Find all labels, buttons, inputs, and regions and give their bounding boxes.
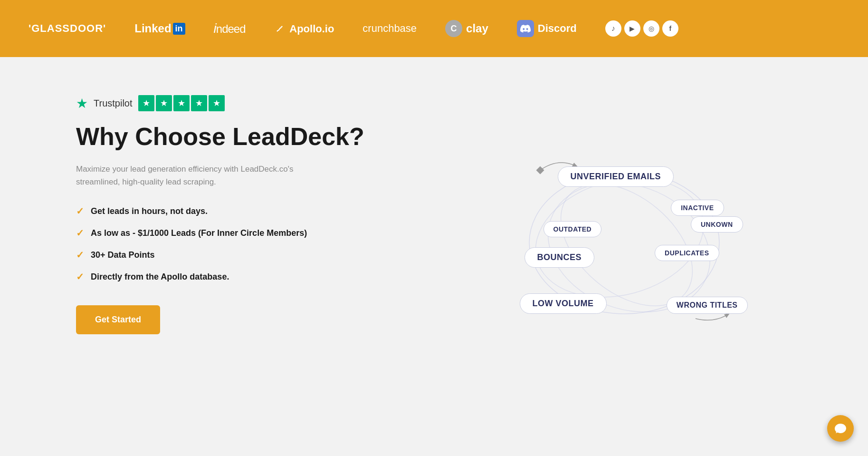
feature-text-1: Get leads in hours, not days. xyxy=(91,206,208,216)
youtube-icon[interactable]: ▶ xyxy=(624,20,640,37)
label-low-volume: LOW VOLUME xyxy=(520,293,607,314)
navbar-logos: 'GLASSDOOR' Linked in indeed ⟋ Apollo.io… xyxy=(29,20,678,37)
crunchbase-logo[interactable]: crunchbase xyxy=(362,22,417,35)
clay-icon: C xyxy=(445,20,462,37)
apollo-text: Apollo.io xyxy=(289,23,334,35)
tp-star-3: ★ xyxy=(173,95,190,111)
tp-star-4: ★ xyxy=(191,95,207,111)
svg-point-0 xyxy=(529,171,719,314)
discord-icon xyxy=(517,20,534,37)
trustpilot-stars: ★ ★ ★ ★ ★ xyxy=(138,95,225,111)
svg-rect-4 xyxy=(536,166,544,175)
feature-item-4: ✓ Directly from the Apollo database. xyxy=(76,271,409,282)
get-started-button[interactable]: Get Started xyxy=(76,305,160,334)
label-outdated: OUTDATED xyxy=(544,221,602,237)
navbar: 'GLASSDOOR' Linked in indeed ⟋ Apollo.io… xyxy=(0,0,868,57)
right-section: UNVERIFIED EMAILS INACTIVE OUTDATED UNKO… xyxy=(456,124,792,361)
tp-star-1: ★ xyxy=(138,95,154,111)
instagram-icon[interactable]: ◎ xyxy=(643,20,659,37)
diagram-container: UNVERIFIED EMAILS INACTIVE OUTDATED UNKO… xyxy=(491,143,757,342)
tiktok-icon[interactable]: ♪ xyxy=(605,20,621,37)
feature-item-1: ✓ Get leads in hours, not days. xyxy=(76,205,409,217)
tp-star-2: ★ xyxy=(156,95,172,111)
sub-description: Maximize your lead generation efficiency… xyxy=(76,163,333,188)
glassdoor-logo[interactable]: 'GLASSDOOR' xyxy=(29,22,106,35)
social-icons: ♪ ▶ ◎ f xyxy=(605,20,678,37)
check-icon-3: ✓ xyxy=(76,249,84,261)
label-unverified: UNVERIFIED EMAILS xyxy=(558,166,674,187)
feature-text-3: 30+ Data Points xyxy=(91,250,155,260)
check-icon-2: ✓ xyxy=(76,227,84,239)
feature-list: ✓ Get leads in hours, not days. ✓ As low… xyxy=(76,205,409,282)
trustpilot-star-icon: ★ xyxy=(76,96,88,111)
check-icon-4: ✓ xyxy=(76,271,84,282)
trustpilot-label: Trustpilot xyxy=(94,98,133,109)
label-unknown: UNKOWN xyxy=(691,216,743,233)
clay-logo[interactable]: C clay xyxy=(445,20,488,37)
feature-text-4: Directly from the Apollo database. xyxy=(91,272,229,282)
clay-text: clay xyxy=(466,22,488,35)
feature-item-3: ✓ 30+ Data Points xyxy=(76,249,409,261)
label-duplicates: DUPLICATES xyxy=(655,245,719,261)
crunchbase-text: crunchbase xyxy=(362,22,417,34)
check-icon-1: ✓ xyxy=(76,205,84,217)
label-bounces: BOUNCES xyxy=(525,247,595,268)
apollo-icon: ⟋ xyxy=(274,23,285,35)
tp-star-5: ★ xyxy=(209,95,225,111)
facebook-icon[interactable]: f xyxy=(662,20,678,37)
main-heading: Why Choose LeadDeck? xyxy=(76,123,409,151)
linkedin-logo[interactable]: Linked in xyxy=(134,22,185,35)
linkedin-in-badge: in xyxy=(173,23,185,35)
indeed-text: ndeed xyxy=(216,22,246,35)
indeed-logo[interactable]: indeed xyxy=(214,21,246,36)
feature-item-2: ✓ As low as - $1/1000 Leads (For Inner C… xyxy=(76,227,409,239)
apollo-logo[interactable]: ⟋ Apollo.io xyxy=(274,22,334,35)
discord-text: Discord xyxy=(538,22,577,35)
trustpilot-row: ★ Trustpilot ★ ★ ★ ★ ★ xyxy=(76,95,409,111)
label-wrong-titles: WRONG TITLES xyxy=(667,297,748,314)
label-inactive: INACTIVE xyxy=(671,200,724,216)
left-section: ★ Trustpilot ★ ★ ★ ★ ★ Why Choose LeadDe… xyxy=(76,95,409,334)
chat-bubble[interactable] xyxy=(827,415,854,442)
discord-logo[interactable]: Discord xyxy=(517,20,577,37)
linkedin-text: Linked xyxy=(134,22,171,35)
feature-text-2: As low as - $1/1000 Leads (For Inner Cir… xyxy=(91,228,307,238)
main-content: ★ Trustpilot ★ ★ ★ ★ ★ Why Choose LeadDe… xyxy=(0,57,868,390)
